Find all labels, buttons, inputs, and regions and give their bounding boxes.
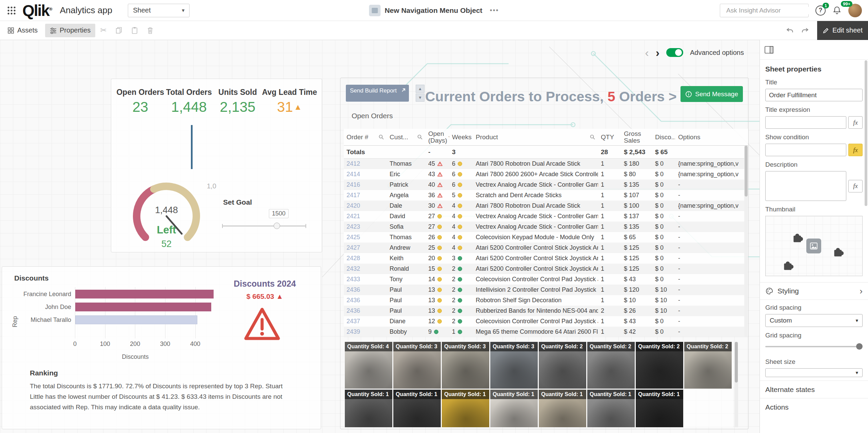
insight-advisor-input[interactable]	[726, 7, 809, 14]
insight-advisor-search[interactable]	[720, 4, 809, 17]
column-header-customer[interactable]: Cust...	[387, 129, 426, 145]
cell-order-number[interactable]: 2427	[344, 243, 387, 253]
table-row[interactable]: 2412Thomas456Atari 7800 Robotron Dual Ar…	[344, 159, 748, 169]
column-header-order[interactable]: Order #	[344, 129, 387, 145]
panel-scrollbar[interactable]	[865, 54, 867, 430]
cell-order-number[interactable]: 2416	[344, 180, 387, 190]
search-icon[interactable]	[378, 134, 384, 140]
cell-order-number[interactable]: 2412	[344, 159, 387, 169]
delete-button[interactable]	[143, 23, 158, 38]
goal-slider[interactable]: 1500	[222, 223, 306, 229]
cell-order-number[interactable]: 2417	[344, 190, 387, 201]
table-scrollbar[interactable]	[744, 146, 748, 337]
scrollbar-thumb[interactable]	[735, 342, 738, 383]
kpi-open-orders[interactable]: Open Orders23	[116, 88, 165, 115]
expression-editor-button[interactable]: fx	[848, 144, 863, 156]
product-tile[interactable]: Quantity Sold: 1	[636, 390, 683, 427]
sheet-title-input[interactable]	[765, 89, 863, 101]
column-header-qty[interactable]: QTY	[598, 129, 621, 145]
notifications-button[interactable]	[832, 6, 842, 15]
cut-button[interactable]: ✂	[96, 23, 111, 38]
slider-handle[interactable]	[274, 223, 280, 229]
orders-table[interactable]: Order # Cust... Open (Days)▾ Weeks Produ…	[344, 129, 748, 337]
cell-order-number[interactable]: 2428	[344, 253, 387, 264]
product-tile[interactable]: Quantity Sold: 1	[587, 390, 635, 427]
more-options-icon[interactable]: •••	[490, 6, 499, 14]
properties-button[interactable]: Properties	[45, 24, 95, 37]
product-tile[interactable]: Quantity Sold: 2	[539, 342, 586, 389]
discounts-panel[interactable]: Discounts Rep Discounts 0100200300400Fra…	[2, 266, 321, 429]
grid-spacing-slider[interactable]	[765, 343, 863, 350]
table-row[interactable]: 2437Diane122Colecovision Controller Cont…	[344, 316, 748, 327]
cell-order-number[interactable]: 2432	[344, 264, 387, 274]
table-row[interactable]: 2416Patrick406Vectrex Analog Arcade Stic…	[344, 180, 748, 190]
previous-sheet-chevron[interactable]: ‹	[645, 47, 649, 58]
table-row[interactable]: 2427Andrew254Atari 5200 Controller Contr…	[344, 243, 748, 253]
user-menu[interactable]: 99+	[848, 4, 862, 17]
paste-button[interactable]	[127, 23, 142, 38]
product-tile[interactable]: Quantity Sold: 1	[442, 390, 489, 427]
alternate-states-row[interactable]: Alternate states	[760, 380, 868, 398]
product-tile[interactable]: Quantity Sold: 2	[587, 342, 635, 389]
description-textarea[interactable]	[765, 171, 846, 201]
table-row[interactable]: 2428Keith203Atari 5200 Controller Contro…	[344, 253, 748, 264]
column-header-open-days[interactable]: Open (Days)▾	[426, 129, 449, 145]
product-image-grid[interactable]: Quantity Sold: 4Quantity Sold: 3Quantity…	[345, 342, 733, 427]
edit-sheet-button[interactable]: Edit sheet	[817, 21, 868, 40]
next-sheet-chevron[interactable]: ›	[656, 47, 659, 58]
product-tile[interactable]: Quantity Sold: 1	[490, 390, 538, 427]
kpi-units-sold[interactable]: Units Sold2,135	[213, 88, 262, 115]
product-tile[interactable]: Quantity Sold: 3	[393, 342, 441, 389]
table-row[interactable]: 2425Thomas264Colecovision Keypad Module …	[344, 232, 748, 243]
product-tile[interactable]: Quantity Sold: 3	[490, 342, 538, 389]
send-message-button[interactable]: Send Message	[680, 86, 743, 102]
kpi-avg-lead-time[interactable]: Avg Lead Time31▲	[262, 88, 317, 115]
bar-1[interactable]	[75, 290, 214, 298]
redo-button[interactable]	[797, 23, 812, 38]
cell-order-number[interactable]: 2436	[344, 295, 387, 306]
title-expression-input[interactable]	[765, 116, 846, 129]
kpi-total-orders[interactable]: Total Orders1,448	[165, 88, 214, 115]
table-row[interactable]: 2417Angela365Scratch and Dent Arcade Sti…	[344, 190, 748, 201]
image-grid-scrollbar[interactable]	[734, 342, 738, 427]
sheet-selector-dropdown[interactable]: Sheet ▾	[128, 4, 190, 17]
table-row[interactable]: 2439Bobby91Mega 65 theme Commodore 64 At…	[344, 327, 748, 337]
column-header-discount[interactable]: Disco...	[652, 129, 675, 145]
table-row[interactable]: 2432Ronald152Atari 5200 Controller Contr…	[344, 264, 748, 274]
cell-order-number[interactable]: 2420	[344, 201, 387, 211]
cell-order-number[interactable]: 2414	[344, 169, 387, 180]
bar-2[interactable]	[75, 303, 211, 311]
table-row[interactable]: 2433Tony142Colecovision Controller Contr…	[344, 274, 748, 285]
cell-order-number[interactable]: 2421	[344, 211, 387, 222]
product-tile[interactable]: Quantity Sold: 2	[684, 342, 732, 389]
orders-panel[interactable]: Send Build Report ▲ ▼ Current Orders to …	[340, 78, 749, 429]
cell-order-number[interactable]: 2439	[344, 327, 387, 337]
step-up-button[interactable]: ▲	[416, 85, 425, 93]
column-header-options[interactable]: Options	[675, 129, 748, 145]
column-header-gross-sales[interactable]: Gross Sales	[621, 129, 652, 145]
send-build-report-button[interactable]: Send Build Report	[346, 85, 409, 102]
cell-order-number[interactable]: 2437	[344, 316, 387, 327]
scrollbar-thumb[interactable]	[865, 60, 867, 206]
table-row[interactable]: 2436Paul132Intellivision 2 Controller Co…	[344, 285, 748, 295]
cell-order-number[interactable]: 2423	[344, 222, 387, 232]
help-button[interactable]: ? 1	[815, 5, 826, 16]
scrollbar-thumb[interactable]	[745, 146, 748, 197]
grid-spacing-dropdown[interactable]: Custom ▾	[765, 314, 863, 327]
slider-track[interactable]	[765, 346, 863, 347]
show-condition-input[interactable]	[765, 144, 846, 156]
table-row[interactable]: 2436Paul132Robotron Shelf Sign Decoratio…	[344, 295, 748, 306]
panel-layout-button[interactable]	[765, 46, 773, 54]
actions-row[interactable]: Actions	[760, 398, 868, 416]
orders-title[interactable]: Current Orders to Process, 5 Orders >	[425, 89, 664, 105]
table-row[interactable]: 2420Dale304Atari 7800 Robotron Dual Arca…	[344, 201, 748, 211]
assets-button[interactable]: Assets	[3, 24, 42, 37]
product-tile[interactable]: Quantity Sold: 2	[636, 342, 683, 389]
product-tile[interactable]: Quantity Sold: 1	[393, 390, 441, 427]
kpi-gauge-panel[interactable]: Open Orders23Total Orders1,448Units Sold…	[111, 79, 322, 252]
app-launcher-icon[interactable]	[7, 6, 16, 15]
column-header-product[interactable]: Product	[473, 129, 598, 145]
sheet-canvas[interactable]: ‹ › Advanced options Open Orders23Total …	[0, 40, 760, 433]
copy-button[interactable]	[112, 23, 126, 38]
cell-order-number[interactable]: 2425	[344, 232, 387, 243]
